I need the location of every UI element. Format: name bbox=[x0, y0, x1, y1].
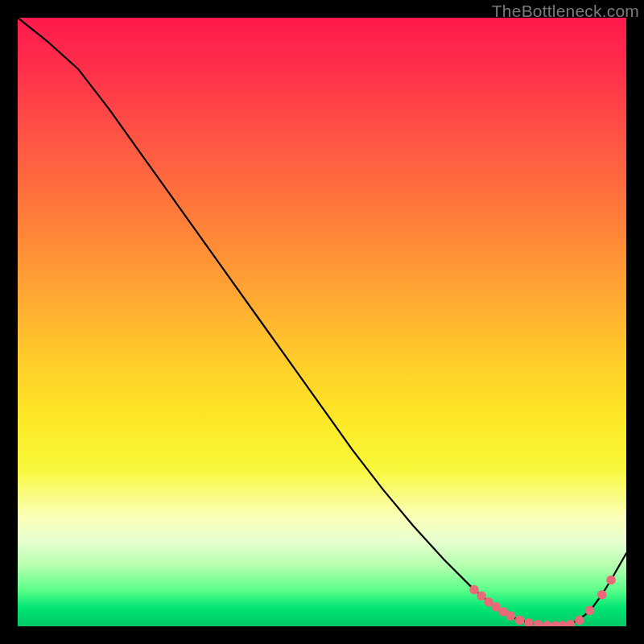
bottleneck-curve bbox=[18, 18, 626, 625]
curve-marker bbox=[575, 616, 584, 625]
curve-marker bbox=[566, 620, 576, 626]
chart-frame: TheBottleneck.com bbox=[0, 0, 644, 644]
curve-marker bbox=[585, 606, 595, 616]
curve-marker bbox=[597, 590, 607, 600]
curve-marker bbox=[506, 611, 516, 621]
curve-marker bbox=[558, 621, 568, 626]
watermark-label: TheBottleneck.com bbox=[492, 2, 639, 21]
curve-marker bbox=[524, 618, 534, 626]
curve-marker bbox=[477, 591, 486, 601]
curve-marker bbox=[606, 576, 616, 585]
curve-layer bbox=[18, 18, 626, 626]
curve-marker bbox=[469, 585, 479, 595]
curve-markers bbox=[469, 576, 616, 626]
curve-marker bbox=[534, 620, 543, 626]
curve-marker bbox=[515, 616, 525, 625]
plot-area bbox=[18, 18, 626, 626]
